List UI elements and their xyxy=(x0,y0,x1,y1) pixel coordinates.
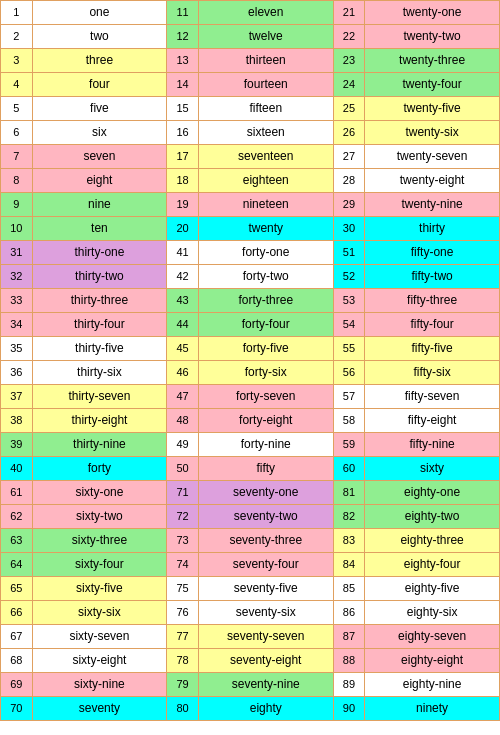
number-cell: 74 xyxy=(167,553,199,577)
word-cell: nine xyxy=(32,193,167,217)
number-cell: 73 xyxy=(167,529,199,553)
number-cell: 51 xyxy=(333,241,365,265)
word-cell: thirty-three xyxy=(32,289,167,313)
word-cell: thirty-four xyxy=(32,313,167,337)
word-cell: twenty-one xyxy=(365,1,500,25)
word-cell: seventy-five xyxy=(198,577,333,601)
word-cell: seventy-one xyxy=(198,481,333,505)
word-cell: ninety xyxy=(365,697,500,721)
number-cell: 34 xyxy=(1,313,33,337)
word-cell: sixty-seven xyxy=(32,625,167,649)
word-cell: seventy-eight xyxy=(198,649,333,673)
word-cell: three xyxy=(32,49,167,73)
word-cell: seven xyxy=(32,145,167,169)
word-cell: forty-seven xyxy=(198,385,333,409)
word-cell: forty-five xyxy=(198,337,333,361)
word-cell: fifty-one xyxy=(365,241,500,265)
word-cell: sixty-two xyxy=(32,505,167,529)
number-cell: 31 xyxy=(1,241,33,265)
number-cell: 56 xyxy=(333,361,365,385)
word-cell: forty-nine xyxy=(198,433,333,457)
word-cell: thirty xyxy=(365,217,500,241)
word-cell: twenty-eight xyxy=(365,169,500,193)
number-cell: 50 xyxy=(167,457,199,481)
number-cell: 64 xyxy=(1,553,33,577)
word-cell: twenty-six xyxy=(365,121,500,145)
word-cell: forty-eight xyxy=(198,409,333,433)
word-cell: seventy xyxy=(32,697,167,721)
word-cell: ten xyxy=(32,217,167,241)
number-cell: 5 xyxy=(1,97,33,121)
word-cell: sixty-four xyxy=(32,553,167,577)
word-cell: thirty-one xyxy=(32,241,167,265)
word-cell: thirty-five xyxy=(32,337,167,361)
word-cell: eighteen xyxy=(198,169,333,193)
word-cell: seventy-nine xyxy=(198,673,333,697)
number-cell: 86 xyxy=(333,601,365,625)
word-cell: twenty-five xyxy=(365,97,500,121)
number-cell: 40 xyxy=(1,457,33,481)
number-cell: 15 xyxy=(167,97,199,121)
word-cell: thirty-seven xyxy=(32,385,167,409)
number-cell: 27 xyxy=(333,145,365,169)
word-cell: twenty-seven xyxy=(365,145,500,169)
word-cell: fifty xyxy=(198,457,333,481)
number-cell: 60 xyxy=(333,457,365,481)
word-cell: forty-six xyxy=(198,361,333,385)
number-cell: 35 xyxy=(1,337,33,361)
word-cell: sixty-nine xyxy=(32,673,167,697)
word-cell: sixty-one xyxy=(32,481,167,505)
number-cell: 71 xyxy=(167,481,199,505)
word-cell: eighty-five xyxy=(365,577,500,601)
number-cell: 58 xyxy=(333,409,365,433)
number-cell: 70 xyxy=(1,697,33,721)
word-cell: fifty-seven xyxy=(365,385,500,409)
number-cell: 14 xyxy=(167,73,199,97)
word-cell: twenty xyxy=(198,217,333,241)
word-cell: thirty-two xyxy=(32,265,167,289)
number-cell: 12 xyxy=(167,25,199,49)
number-cell: 69 xyxy=(1,673,33,697)
word-cell: six xyxy=(32,121,167,145)
word-cell: thirty-nine xyxy=(32,433,167,457)
number-cell: 82 xyxy=(333,505,365,529)
word-cell: five xyxy=(32,97,167,121)
number-cell: 9 xyxy=(1,193,33,217)
word-cell: two xyxy=(32,25,167,49)
number-cell: 7 xyxy=(1,145,33,169)
number-cell: 24 xyxy=(333,73,365,97)
word-cell: seventy-seven xyxy=(198,625,333,649)
word-cell: fifty-six xyxy=(365,361,500,385)
word-cell: eleven xyxy=(198,1,333,25)
word-cell: four xyxy=(32,73,167,97)
number-cell: 10 xyxy=(1,217,33,241)
word-cell: sixty-three xyxy=(32,529,167,553)
word-cell: fifty-eight xyxy=(365,409,500,433)
number-cell: 39 xyxy=(1,433,33,457)
number-cell: 36 xyxy=(1,361,33,385)
number-cell: 83 xyxy=(333,529,365,553)
number-cell: 8 xyxy=(1,169,33,193)
number-cell: 80 xyxy=(167,697,199,721)
word-cell: eighty-six xyxy=(365,601,500,625)
word-cell: eighty xyxy=(198,697,333,721)
number-cell: 76 xyxy=(167,601,199,625)
number-cell: 2 xyxy=(1,25,33,49)
number-cell: 43 xyxy=(167,289,199,313)
number-cell: 68 xyxy=(1,649,33,673)
number-cell: 59 xyxy=(333,433,365,457)
number-cell: 62 xyxy=(1,505,33,529)
number-cell: 20 xyxy=(167,217,199,241)
number-cell: 81 xyxy=(333,481,365,505)
word-cell: one xyxy=(32,1,167,25)
number-cell: 18 xyxy=(167,169,199,193)
number-cell: 6 xyxy=(1,121,33,145)
word-cell: forty-three xyxy=(198,289,333,313)
number-cell: 61 xyxy=(1,481,33,505)
word-cell: eighty-eight xyxy=(365,649,500,673)
number-cell: 78 xyxy=(167,649,199,673)
word-cell: nineteen xyxy=(198,193,333,217)
number-cell: 53 xyxy=(333,289,365,313)
number-cell: 88 xyxy=(333,649,365,673)
word-cell: sixty-five xyxy=(32,577,167,601)
